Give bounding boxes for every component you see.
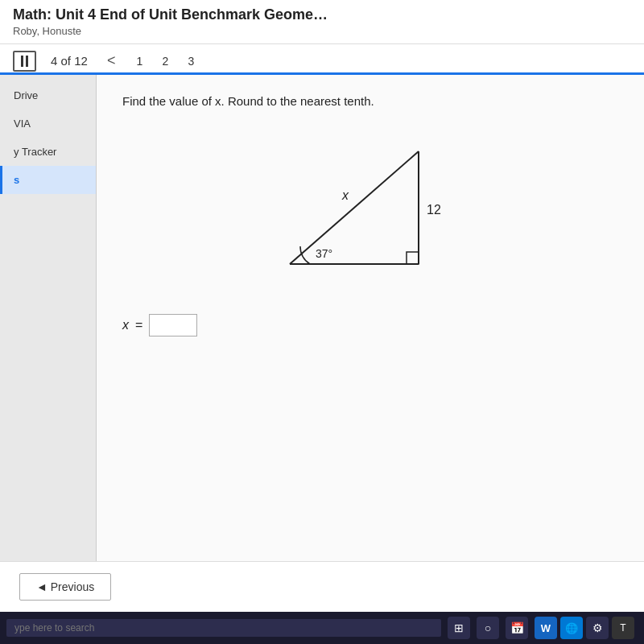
page-num-1[interactable]: 1 (128, 50, 151, 72)
page-num-2[interactable]: 2 (154, 50, 176, 72)
taskbar: ⊞ ○ 📅 W 🌐 ⚙ T (0, 612, 644, 644)
sidebar-item-drive[interactable]: Drive (0, 81, 96, 109)
taskbar-windows-icon[interactable]: ⊞ (448, 617, 470, 639)
sidebar-item-via[interactable]: VIA (0, 109, 96, 138)
taskbar-gear-icon[interactable]: ⚙ (586, 617, 609, 639)
pause-button[interactable] (13, 51, 36, 72)
angle-label: 37° (316, 247, 332, 260)
header-left: Math: Unit 4 End of Unit Benchmark Geome… (13, 6, 328, 37)
taskbar-search-icon[interactable]: ○ (477, 617, 499, 639)
header-subtitle: Roby, Honuste (13, 25, 328, 37)
svg-line-0 (290, 151, 419, 264)
bottom-nav: ◄ Previous (0, 561, 644, 612)
question-text: Find the value of x. Round to the neares… (122, 94, 618, 108)
svg-rect-3 (407, 252, 419, 264)
diagram-container: x 37° 12 (122, 127, 618, 288)
nav-bar: 4 of 12 < 1 2 3 (0, 44, 644, 75)
progress-text: 4 of 12 (44, 54, 94, 68)
prev-arrow-button[interactable]: < (102, 49, 121, 72)
taskbar-search[interactable] (6, 619, 441, 637)
header: Math: Unit 4 End of Unit Benchmark Geome… (0, 0, 644, 44)
answer-area: x = (122, 314, 618, 336)
answer-variable: x (122, 318, 129, 332)
main-area: Drive VIA y Tracker s Find the value of … (0, 75, 644, 561)
x-label: x (341, 188, 349, 202)
answer-input[interactable] (149, 314, 197, 336)
taskbar-calendar-icon[interactable]: 📅 (506, 617, 528, 639)
sidebar-item-s[interactable]: s (0, 166, 96, 194)
header-title: Math: Unit 4 End of Unit Benchmark Geome… (13, 6, 328, 23)
taskbar-right-icons: W 🌐 ⚙ T (535, 617, 638, 639)
pause-bar-1 (21, 56, 23, 67)
sidebar: Drive VIA y Tracker s (0, 75, 97, 561)
taskbar-w-icon[interactable]: W (535, 617, 557, 639)
answer-equals: = (135, 318, 142, 332)
side-label: 12 (427, 203, 441, 217)
previous-button[interactable]: ◄ Previous (19, 573, 111, 601)
page-num-3[interactable]: 3 (180, 50, 202, 72)
triangle-diagram: x 37° 12 (258, 127, 483, 288)
page-numbers: 1 2 3 (128, 50, 202, 72)
taskbar-t-icon[interactable]: T (612, 617, 634, 639)
pause-bar-2 (26, 56, 28, 67)
content-area: Find the value of x. Round to the neares… (97, 75, 644, 561)
taskbar-edge-icon[interactable]: 🌐 (560, 617, 583, 639)
sidebar-item-tracker[interactable]: y Tracker (0, 138, 96, 166)
